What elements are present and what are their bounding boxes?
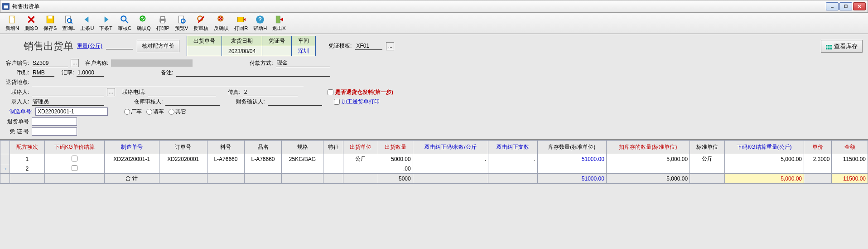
cell-seq[interactable]: 1 [10, 154, 45, 164]
grid-col-9[interactable]: 出货数量 [378, 141, 413, 154]
cell-itemname[interactable]: L-A76660 [244, 154, 281, 164]
maximize-button[interactable] [839, 2, 852, 10]
mfg-order-input[interactable] [35, 107, 108, 116]
toolbar-print-button[interactable]: 打印P [154, 14, 172, 33]
contact-lookup[interactable]: … [107, 88, 115, 96]
cell-fix2[interactable]: . [488, 154, 537, 164]
weight-link[interactable]: 重量(公斤) [77, 42, 102, 50]
toolbar-audit-button[interactable]: 审核C [115, 14, 134, 33]
toolbar-unaudit-button[interactable]: 反审核 [191, 14, 211, 33]
check-recipe-price-button[interactable]: 核对配方单价 [137, 40, 179, 52]
grid-col-4[interactable]: 料号 [207, 141, 244, 154]
cell-spec[interactable]: 25KG/BAG [282, 154, 323, 164]
view-inventory-button[interactable]: 查看库存 [821, 40, 863, 53]
fin-confirm-input[interactable] [268, 98, 322, 106]
cell-spec[interactable] [282, 164, 323, 174]
grid-col-7[interactable]: 特征 [323, 141, 343, 154]
cell-fix1[interactable]: . [413, 154, 488, 164]
cell-feature[interactable] [323, 164, 343, 174]
minimize-button[interactable] [826, 2, 839, 10]
toolbar-return-button[interactable]: 打回R [231, 14, 251, 33]
grid-col-14[interactable]: 标准单位 [690, 141, 725, 154]
grid-col-12[interactable]: 库存数量(标准单位) [537, 141, 606, 154]
contact-phone-input[interactable] [148, 88, 216, 96]
cell-qty[interactable]: .00 [378, 164, 413, 174]
cell-feature[interactable] [323, 154, 343, 164]
process-print-check-input[interactable] [334, 99, 340, 105]
cell-amount[interactable]: 11500.00 [832, 154, 868, 164]
cell-qty[interactable]: 5000.00 [378, 154, 413, 164]
grid-col-6[interactable]: 规格 [282, 141, 323, 154]
cell-mfg[interactable]: XD22020001-1 [104, 154, 159, 164]
cell-stock[interactable]: 51000.00 [537, 154, 606, 164]
grid-col-11[interactable]: 双击纠正支数 [488, 141, 537, 154]
grid-col-17[interactable]: 金额 [832, 141, 868, 154]
radio-hire[interactable]: 请车 [146, 108, 164, 116]
grid-col-1[interactable]: 下码KG单价结算 [44, 141, 104, 154]
pay-method-input[interactable] [276, 59, 330, 67]
grid-col-10[interactable]: 双击纠正码/米数/公斤 [413, 141, 488, 154]
toolbar-next-button[interactable]: 下条T [96, 14, 115, 33]
radio-factory[interactable]: 厂车 [124, 108, 142, 116]
cell-fix2[interactable] [488, 164, 537, 174]
val-voucherno[interactable] [262, 46, 292, 56]
cell-itemname[interactable] [244, 164, 281, 174]
table-row[interactable]: 1XD22020001-1XD22020001L-A76660L-A766602… [0, 154, 868, 164]
cell-seq[interactable]: 2 [10, 164, 45, 174]
cell-price[interactable] [804, 164, 832, 174]
cell-amount[interactable] [832, 164, 868, 174]
grid-col-2[interactable]: 制造单号 [104, 141, 159, 154]
toolbar-save-button[interactable]: 保存S [41, 14, 59, 33]
voucher-no-input[interactable] [32, 127, 77, 136]
cell-chk[interactable] [44, 164, 104, 174]
close-button[interactable] [853, 2, 866, 10]
toolbar-exit-button[interactable]: 退出X [270, 14, 288, 33]
toolbar-delete-button[interactable]: 删除D [22, 14, 41, 33]
cell-order[interactable]: XD22020001 [159, 154, 207, 164]
process-print-checkbox[interactable]: 加工送货单打印 [334, 98, 380, 106]
cell-stdunit[interactable] [690, 164, 725, 174]
table-row[interactable]: →2.00 [0, 164, 868, 174]
cell-mfg[interactable] [104, 164, 159, 174]
cell-itemno[interactable]: L-A76660 [207, 154, 244, 164]
toolbar-confirm-button[interactable]: 确认Q [134, 14, 154, 33]
cell-fix1[interactable] [413, 164, 488, 174]
cell-kgweight[interactable] [724, 164, 804, 174]
cell-stock[interactable] [537, 164, 606, 174]
cell-deduct[interactable]: 5,000.00 [606, 154, 690, 164]
customer-code-input[interactable] [32, 59, 68, 67]
val-workshop[interactable]: 深圳 [292, 46, 316, 56]
grid-col-5[interactable]: 品名 [244, 141, 281, 154]
grid-col-8[interactable]: 出货单位 [343, 141, 378, 154]
val-shipdate[interactable]: 2023/08/04 [222, 46, 262, 56]
toolbar-help-button[interactable]: ?帮助H [251, 14, 270, 33]
rate-input[interactable] [77, 69, 104, 77]
cell-order[interactable] [159, 164, 207, 174]
cell-unit[interactable]: 公斤 [343, 154, 378, 164]
wh-auditor-input[interactable] [165, 98, 220, 106]
grid-col-16[interactable]: 单价 [804, 141, 832, 154]
return-warehouse-checkbox[interactable]: 是否退货仓发料(第一步) [328, 88, 393, 96]
fax-input[interactable] [243, 88, 298, 96]
return-warehouse-check-input[interactable] [328, 89, 333, 95]
cell-deduct[interactable] [606, 164, 690, 174]
contact-input[interactable] [32, 88, 104, 96]
cell-itemno[interactable] [207, 164, 244, 174]
voucher-tpl-lookup[interactable]: … [386, 42, 394, 50]
return-no-input[interactable] [32, 117, 77, 126]
customer-code-lookup[interactable]: … [71, 59, 79, 67]
toolbar-new-button[interactable]: 新增N [3, 14, 22, 33]
radio-other[interactable]: 其它 [169, 108, 186, 116]
cell-price[interactable]: 2.3000 [804, 154, 832, 164]
ship-addr-input[interactable] [32, 78, 304, 86]
cell-stdunit[interactable]: 公斤 [690, 154, 725, 164]
cell-chk[interactable] [44, 154, 104, 164]
toolbar-prev-button[interactable]: 上条U [77, 14, 96, 33]
grid-col-13[interactable]: 扣库存的数量(标准单位) [606, 141, 690, 154]
toolbar-preview-button[interactable]: 预览V [172, 14, 191, 33]
cell-unit[interactable] [343, 164, 378, 174]
grid-col-0[interactable]: 配方项次 [10, 141, 45, 154]
cell-kgweight[interactable]: 5,000.00 [724, 154, 804, 164]
val-shipno[interactable] [187, 46, 222, 56]
toolbar-query-button[interactable]: 查询L [59, 14, 77, 33]
